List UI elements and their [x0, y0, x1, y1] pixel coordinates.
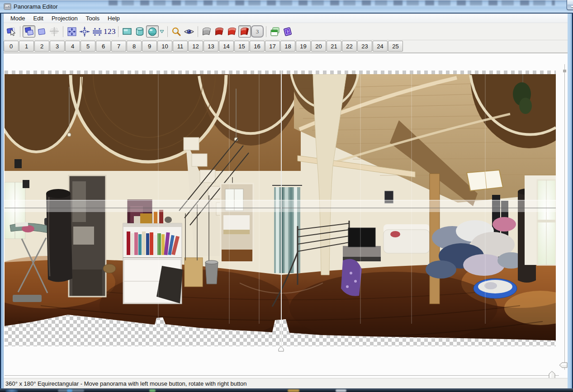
help-button[interactable]: ?: [281, 25, 294, 38]
red-photo-icon: [214, 26, 225, 37]
pitch-slider-tick: [563, 70, 566, 72]
zoom-button[interactable]: [170, 25, 183, 38]
photometric-low-button[interactable]: [213, 25, 226, 38]
menu-item[interactable]: Projection: [47, 14, 82, 23]
ceiling-left: [5, 71, 302, 171]
bedroom-doorway: [221, 184, 253, 261]
image-toggle-tab[interactable]: 22: [342, 41, 357, 52]
toolbar-separator: [266, 26, 266, 37]
menu-item[interactable]: Mode: [6, 14, 29, 23]
show-image-numbers-label[interactable]: 123: [104, 27, 116, 36]
straighten-button[interactable]: [91, 25, 104, 38]
taskbar-sliver: [0, 388, 573, 392]
center-view-button[interactable]: [78, 25, 91, 38]
image-toggle-tab[interactable]: 23: [357, 41, 372, 52]
image-toggle-tab[interactable]: 13: [204, 41, 218, 52]
aero-glass-blur: [109, 0, 555, 5]
images-overlap-mode-button[interactable]: [23, 25, 35, 38]
toolbar-separator: [63, 26, 63, 37]
crop-grid-icon: [49, 26, 60, 37]
yaw-slider-track[interactable]: [5, 375, 559, 376]
photometric-medium-button[interactable]: [226, 25, 238, 38]
drag-mode-icon: [6, 26, 17, 37]
blend-count-button[interactable]: 3: [251, 25, 264, 38]
red-photo-icon: [227, 26, 237, 37]
minimize-button[interactable]: [567, 0, 573, 10]
toolbar-separator: [167, 26, 168, 37]
image-toggle-tab[interactable]: 3: [50, 41, 65, 52]
minimize-icon: [571, 6, 573, 7]
help-book-icon: ?: [282, 26, 293, 37]
fit-view-button[interactable]: [66, 25, 78, 38]
menu-item[interactable]: Edit: [29, 14, 47, 23]
taskbar-icon: [149, 389, 156, 392]
image-toggle-tab[interactable]: 1: [19, 41, 34, 52]
window-border-left: [0, 14, 4, 388]
magnifier-icon: [171, 26, 182, 37]
image-toggle-tab[interactable]: 11: [173, 41, 188, 52]
center-guide-marker[interactable]: [278, 345, 284, 351]
green-window-icon: [270, 26, 280, 37]
red-photo-icon: [239, 26, 250, 37]
image-toggle-tab[interactable]: 20: [311, 41, 326, 52]
cylindrical-projection-button[interactable]: [133, 25, 146, 38]
equirectangular-projection-button[interactable]: [146, 25, 159, 38]
fit-view-icon: [66, 26, 77, 37]
bookshelf: [123, 210, 183, 304]
image-toggle-tab[interactable]: 9: [142, 41, 157, 52]
drag-mode-button[interactable]: [5, 25, 18, 38]
rectilinear-projection-button[interactable]: [121, 25, 133, 38]
blue-basin: [474, 279, 517, 298]
pitch-slider-thumb[interactable]: [559, 362, 568, 368]
images-overlap-icon: [24, 26, 34, 37]
image-toggle-tab[interactable]: 2: [34, 41, 49, 52]
image-toggle-tab[interactable]: 19: [296, 41, 311, 52]
show-control-panel-button[interactable]: [269, 25, 281, 38]
single-image-mode-button[interactable]: [35, 25, 48, 38]
photometric-full-button[interactable]: [238, 25, 251, 38]
image-toggle-tab[interactable]: 17: [265, 41, 280, 52]
image-toggle-tab[interactable]: 6: [96, 41, 111, 52]
image-toggle-tab[interactable]: 21: [327, 41, 341, 52]
image-toggle-tab[interactable]: 12: [188, 41, 203, 52]
image-toggle-tab[interactable]: 5: [81, 41, 95, 52]
toolbar-separator: [20, 26, 20, 37]
image-toggle-tab[interactable]: 4: [65, 41, 80, 52]
yaw-slider-thumb[interactable]: [549, 371, 555, 378]
eye-icon: [184, 26, 194, 37]
projection-dropdown-button[interactable]: [159, 30, 165, 33]
browser-icon: [67, 389, 72, 392]
toolbar-separator: [198, 26, 198, 37]
image-toggle-tab[interactable]: 14: [219, 41, 234, 52]
window-icon: [336, 389, 346, 392]
dropdown-arrow-icon: [160, 30, 164, 33]
image-toggle-tab[interactable]: 8: [127, 41, 142, 52]
image-toggle-tab[interactable]: 7: [111, 41, 126, 52]
toolbar: 123: [4, 23, 568, 40]
photometric-none-button[interactable]: [200, 25, 213, 38]
image-toggle-tab[interactable]: 0: [4, 41, 19, 52]
image-toggle-tab[interactable]: 18: [280, 41, 295, 52]
image-toggle-tab[interactable]: 25: [388, 41, 403, 52]
menu-bar: ModeEditProjectionToolsHelp: [4, 14, 568, 23]
image-toggle-tab[interactable]: 24: [373, 41, 388, 52]
equirectangular-projection-icon: [147, 26, 158, 37]
rectilinear-projection-icon: [122, 26, 133, 37]
window-title: Panorama Editor: [14, 3, 58, 10]
menu-item[interactable]: Tools: [82, 14, 104, 23]
menu-item[interactable]: Help: [104, 14, 124, 23]
image-toggle-tab[interactable]: 10: [157, 41, 172, 52]
image-toggle-tab[interactable]: 16: [250, 41, 265, 52]
start-orb-icon: [5, 389, 18, 392]
pitch-slider-track[interactable]: [564, 64, 565, 370]
show-all-button[interactable]: [183, 25, 195, 38]
image-toggle-tab[interactable]: 15: [234, 41, 249, 52]
titlebar[interactable]: Panorama Editor ✕: [0, 0, 573, 14]
panorama-editor-window: Panorama Editor ✕ ModeEditProjectionTool…: [0, 0, 573, 392]
status-text: 360° x 180° Equirectangular - Move panor…: [5, 380, 247, 387]
bathroom-doorway: [69, 175, 106, 297]
center-view-icon: [79, 26, 90, 37]
crop-grid-button[interactable]: [48, 25, 61, 38]
preview-canvas[interactable]: [4, 53, 568, 378]
panorama-image[interactable]: [5, 71, 556, 346]
